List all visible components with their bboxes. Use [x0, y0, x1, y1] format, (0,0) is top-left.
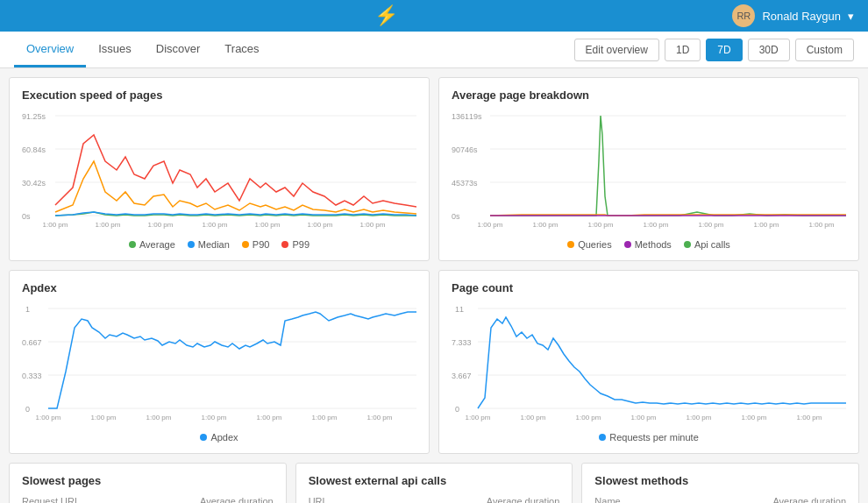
apdex-legend: Apdex [22, 432, 416, 443]
tables-row: Slowest pages Request URL Average durati… [9, 463, 859, 503]
svg-text:1:00 pm: 1:00 pm [576, 414, 601, 422]
topbar-user[interactable]: RR Ronald Raygun ▾ [732, 4, 854, 27]
svg-text:11: 11 [455, 305, 464, 314]
svg-text:1:00 pm: 1:00 pm [687, 414, 712, 422]
slowest-pages-col1: Request URL [22, 496, 80, 503]
custom-button[interactable]: Custom [795, 39, 854, 61]
svg-text:0: 0 [455, 405, 459, 414]
apdex-chart: 1 0.667 0.333 0 1:00 pm 1:00 pm 1:00 pm … [22, 301, 416, 427]
svg-text:1:00 pm: 1:00 pm [809, 221, 835, 229]
slowest-methods-title: Slowest methods [594, 474, 846, 487]
svg-text:1:00 pm: 1:00 pm [91, 414, 117, 422]
30d-button[interactable]: 30D [748, 39, 790, 61]
svg-text:7.333: 7.333 [452, 338, 472, 347]
tab-traces[interactable]: Traces [212, 32, 271, 67]
avg-page-breakdown-legend: Queries Methods Api calls [452, 239, 846, 250]
page-count-legend: Requests per minute [452, 432, 846, 443]
slowest-api-col2: Average duration [487, 496, 560, 503]
slowest-methods-col2: Average duration [772, 496, 846, 503]
slowest-api-col1: URL [309, 496, 328, 503]
7d-button[interactable]: 7D [706, 39, 742, 61]
svg-text:1:00 pm: 1:00 pm [308, 221, 333, 229]
svg-text:1:00 pm: 1:00 pm [466, 414, 491, 422]
svg-text:1:00 pm: 1:00 pm [43, 221, 68, 229]
svg-text:0.333: 0.333 [22, 372, 42, 380]
svg-text:1:00 pm: 1:00 pm [312, 414, 338, 422]
topbar-logo-center: ⚡ [374, 4, 398, 27]
slowest-methods-panel: Slowest methods Name Average duration Mi… [581, 463, 859, 503]
svg-text:1:00 pm: 1:00 pm [146, 414, 172, 422]
svg-text:1:00 pm: 1:00 pm [202, 414, 227, 422]
svg-text:1:00 pm: 1:00 pm [533, 221, 559, 229]
apdex-panel: Apdex 1 0.667 0.333 0 1:00 pm [9, 270, 430, 454]
svg-text:3.667: 3.667 [452, 372, 472, 380]
slowest-pages-panel: Slowest pages Request URL Average durati… [9, 463, 287, 503]
slowest-methods-header: Name Average duration [594, 496, 846, 503]
svg-text:1:00 pm: 1:00 pm [521, 414, 546, 422]
svg-text:0s: 0s [452, 212, 460, 221]
execution-speed-svg: 91.25s 60.84s 30.42s 0s [22, 109, 416, 231]
tab-discover[interactable]: Discover [144, 32, 213, 67]
slowest-api-panel: Slowest external api calls URL Average d… [295, 463, 573, 503]
execution-speed-legend: Average Median P90 P99 [22, 239, 416, 250]
svg-text:1: 1 [25, 305, 30, 314]
avatar: RR [732, 4, 755, 27]
avg-page-breakdown-svg: 136119s 90746s 45373s 0s 1:0 [452, 109, 846, 231]
svg-text:0s: 0s [22, 212, 31, 221]
svg-text:45373s: 45373s [452, 179, 478, 188]
main-content: Execution speed of pages 91.25s 60.84s 3… [0, 68, 868, 503]
nav-tabs: Overview Issues Discover Traces [14, 32, 272, 67]
page-count-svg: 11 7.333 3.667 0 1:00 pm 1:00 pm 1:00 pm… [452, 301, 846, 424]
slowest-pages-title: Slowest pages [22, 474, 274, 487]
svg-text:1:00 pm: 1:00 pm [631, 414, 657, 422]
dropdown-icon[interactable]: ▾ [848, 10, 854, 23]
svg-text:30.42s: 30.42s [22, 179, 46, 188]
execution-speed-panel: Execution speed of pages 91.25s 60.84s 3… [9, 77, 430, 261]
svg-text:1:00 pm: 1:00 pm [699, 221, 724, 229]
page-count-title: Page count [452, 281, 846, 294]
svg-text:1:00 pm: 1:00 pm [644, 221, 669, 229]
slowest-pages-header: Request URL Average duration [22, 496, 274, 503]
user-name: Ronald Raygun [762, 10, 841, 23]
slowest-api-header: URL Average duration [309, 496, 560, 503]
tab-issues[interactable]: Issues [86, 32, 144, 67]
svg-text:1:00 pm: 1:00 pm [148, 221, 174, 229]
page-count-panel: Page count 11 7.333 3.667 0 1:00 pm [438, 270, 859, 454]
svg-text:1:00 pm: 1:00 pm [742, 414, 767, 422]
avg-page-breakdown-panel: Average page breakdown 136119s 90746s 45… [438, 77, 859, 261]
svg-text:60.84s: 60.84s [22, 145, 46, 154]
navbar: Overview Issues Discover Traces Edit ove… [0, 32, 868, 68]
svg-text:1:00 pm: 1:00 pm [367, 414, 393, 422]
svg-text:0: 0 [25, 405, 30, 414]
avg-page-breakdown-chart: 136119s 90746s 45373s 0s 1:0 [452, 109, 846, 234]
svg-text:1:00 pm: 1:00 pm [203, 221, 228, 229]
edit-overview-button[interactable]: Edit overview [574, 39, 659, 61]
svg-text:1:00 pm: 1:00 pm [257, 414, 282, 422]
svg-text:1:00 pm: 1:00 pm [797, 414, 822, 422]
slowest-api-title: Slowest external api calls [309, 474, 560, 487]
page-count-chart: 11 7.333 3.667 0 1:00 pm 1:00 pm 1:00 pm… [452, 301, 846, 427]
apdex-svg: 1 0.667 0.333 0 1:00 pm 1:00 pm 1:00 pm … [22, 301, 416, 424]
topbar: ⚡ RR Ronald Raygun ▾ [0, 0, 868, 32]
top-charts-row: Execution speed of pages 91.25s 60.84s 3… [9, 77, 859, 261]
svg-text:0.667: 0.667 [22, 338, 42, 347]
svg-text:1:00 pm: 1:00 pm [754, 221, 779, 229]
execution-speed-title: Execution speed of pages [22, 89, 416, 102]
tab-overview[interactable]: Overview [14, 32, 86, 67]
avg-page-breakdown-title: Average page breakdown [452, 89, 846, 102]
slowest-methods-col1: Name [594, 496, 620, 503]
svg-text:1:00 pm: 1:00 pm [588, 221, 614, 229]
slowest-pages-col2: Average duration [200, 496, 274, 503]
svg-text:1:00 pm: 1:00 pm [478, 221, 503, 229]
svg-text:136119s: 136119s [452, 112, 482, 121]
1d-button[interactable]: 1D [665, 39, 701, 61]
svg-text:1:00 pm: 1:00 pm [36, 414, 61, 422]
bottom-charts-row: Apdex 1 0.667 0.333 0 1:00 pm [9, 270, 859, 454]
svg-text:1:00 pm: 1:00 pm [255, 221, 281, 229]
svg-text:91.25s: 91.25s [22, 112, 46, 121]
svg-text:1:00 pm: 1:00 pm [96, 221, 121, 229]
apdex-title: Apdex [22, 281, 416, 294]
svg-text:1:00 pm: 1:00 pm [360, 221, 386, 229]
nav-actions: Edit overview 1D 7D 30D Custom [574, 39, 854, 61]
svg-text:90746s: 90746s [452, 145, 478, 154]
